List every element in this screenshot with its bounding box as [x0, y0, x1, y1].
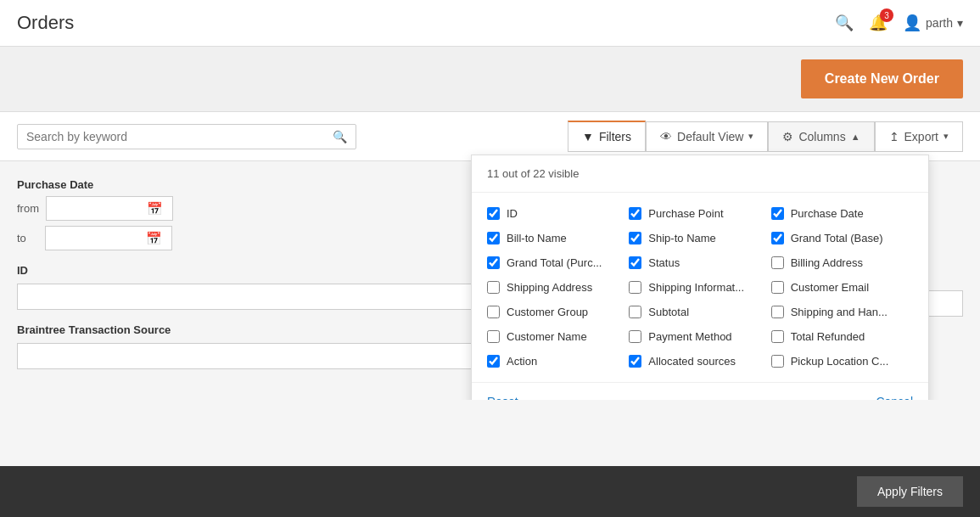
col-grand-total-purc-checkbox[interactable]: [487, 256, 500, 269]
list-item[interactable]: Total Refunded: [771, 326, 913, 347]
header-search-icon[interactable]: 🔍: [835, 14, 854, 32]
list-item[interactable]: Customer Name: [487, 326, 629, 347]
list-item[interactable]: Status: [629, 252, 770, 273]
create-order-button[interactable]: Create New Order: [801, 59, 963, 98]
col-total-refunded-checkbox[interactable]: [771, 330, 784, 343]
col-customer-email-checkbox[interactable]: [771, 281, 784, 294]
col-status-checkbox[interactable]: [629, 256, 641, 269]
col-subtotal-checkbox[interactable]: [629, 306, 641, 318]
col-customer-group-checkbox[interactable]: [487, 306, 500, 318]
col-action-label: Action: [507, 355, 537, 368]
col-customer-name-checkbox[interactable]: [487, 330, 500, 343]
columns-grid: ID Purchase Point Purchase Date Bill-to …: [472, 193, 928, 382]
header-actions: 🔍 🔔 3 👤 parth ▾: [835, 14, 963, 32]
col-purchase-point-checkbox[interactable]: [629, 207, 641, 220]
list-item[interactable]: Shipping Informat...: [629, 277, 770, 298]
user-name: parth: [926, 16, 953, 30]
list-item[interactable]: Purchase Date: [771, 203, 913, 224]
id-label: ID: [17, 264, 482, 277]
notification-bell[interactable]: 🔔 3: [869, 14, 888, 32]
col-allocated-sources-label: Allocated sources: [648, 355, 736, 368]
gear-icon: ⚙: [782, 130, 793, 143]
col-customer-group-label: Customer Group: [507, 306, 588, 318]
search-input[interactable]: [26, 130, 333, 143]
col-purchase-date-checkbox[interactable]: [771, 207, 784, 220]
search-box[interactable]: 🔍: [17, 124, 356, 149]
list-item[interactable]: Bill-to Name: [487, 228, 629, 249]
filter-bar: 🔍 ▼ Filters 👁 Default View ▾ ⚙ Columns ▲…: [0, 112, 980, 161]
col-status-label: Status: [648, 256, 680, 269]
list-item[interactable]: Shipping Address: [487, 277, 629, 298]
view-button[interactable]: 👁 Default View ▾: [646, 121, 768, 152]
list-item[interactable]: Grand Total (Purc...: [487, 252, 629, 273]
list-item[interactable]: Customer Group: [487, 301, 629, 323]
col-billing-address-checkbox[interactable]: [771, 256, 784, 269]
purchase-date-filter: Purchase Date from 📅 to 📅: [17, 178, 482, 250]
col-id-checkbox[interactable]: [487, 207, 500, 220]
col-pickup-location-checkbox[interactable]: [771, 355, 784, 368]
columns-label: Columns: [798, 130, 845, 143]
list-item[interactable]: Billing Address: [771, 252, 913, 273]
col-shipping-address-checkbox[interactable]: [487, 281, 500, 294]
list-item[interactable]: Allocated sources: [629, 351, 770, 372]
purchase-date-from-row: from 📅: [17, 196, 482, 221]
col-payment-method-checkbox[interactable]: [629, 330, 641, 343]
columns-dropdown: 11 out of 22 visible ID Purchase Point P…: [471, 155, 929, 400]
braintree-label: Braintree Transaction Source: [17, 323, 482, 336]
col-bill-to-name-checkbox[interactable]: [487, 232, 500, 244]
purchase-date-label: Purchase Date: [17, 178, 482, 191]
list-item[interactable]: Payment Method: [629, 326, 770, 347]
cancel-button[interactable]: Cancel: [876, 395, 913, 400]
col-purchase-date-label: Purchase Date: [791, 207, 864, 220]
list-item[interactable]: Subtotal: [629, 301, 770, 323]
list-item[interactable]: Shipping and Han...: [771, 301, 913, 323]
col-allocated-sources-checkbox[interactable]: [629, 355, 641, 368]
from-label: from: [17, 202, 39, 215]
col-purchase-point-label: Purchase Point: [648, 207, 723, 220]
filters-button[interactable]: ▼ Filters: [568, 121, 646, 152]
toolbar-bar: Create New Order: [0, 47, 980, 112]
col-bill-to-name-label: Bill-to Name: [507, 232, 567, 244]
list-item[interactable]: ID: [487, 203, 629, 224]
id-input[interactable]: [17, 284, 482, 310]
col-grand-total-base-label: Grand Total (Base): [791, 232, 883, 244]
col-total-refunded-label: Total Refunded: [791, 330, 865, 343]
list-item[interactable]: Grand Total (Base): [771, 228, 913, 249]
notification-count: 3: [880, 8, 893, 22]
user-icon: 👤: [903, 14, 921, 32]
list-item[interactable]: Pickup Location C...: [771, 351, 913, 372]
col-customer-name-label: Customer Name: [507, 330, 587, 343]
list-item[interactable]: Purchase Point: [629, 203, 770, 224]
col-ship-to-name-checkbox[interactable]: [629, 232, 641, 244]
col-pickup-location-label: Pickup Location C...: [791, 355, 889, 368]
top-bar: Orders 🔍 🔔 3 👤 parth ▾: [0, 0, 980, 47]
columns-visible-count: 11 out of 22 visible: [472, 155, 928, 193]
export-button[interactable]: ↥ Export ▾: [875, 121, 963, 152]
list-item[interactable]: Customer Email: [771, 277, 913, 298]
col-grand-total-purc-label: Grand Total (Purc...: [507, 256, 602, 269]
filter-actions: ▼ Filters 👁 Default View ▾ ⚙ Columns ▲ ↥…: [568, 121, 963, 152]
braintree-input[interactable]: [17, 343, 482, 369]
col-shipping-han-checkbox[interactable]: [771, 306, 784, 318]
list-item[interactable]: Ship-to Name: [629, 228, 770, 249]
calendar-icon: 📅: [147, 201, 168, 216]
list-item[interactable]: Action: [487, 351, 629, 372]
col-ship-to-name-label: Ship-to Name: [648, 232, 715, 244]
col-subtotal-label: Subtotal: [648, 306, 689, 318]
col-action-checkbox[interactable]: [487, 355, 500, 368]
page-title: Orders: [17, 12, 74, 34]
id-filter: ID: [17, 264, 482, 310]
calendar-icon-2: 📅: [146, 231, 167, 246]
columns-button[interactable]: ⚙ Columns ▲: [768, 121, 874, 152]
col-shipping-information-checkbox[interactable]: [629, 281, 641, 294]
view-chevron-icon: ▾: [748, 131, 753, 142]
col-grand-total-base-checkbox[interactable]: [771, 232, 784, 244]
user-menu[interactable]: 👤 parth ▾: [903, 14, 963, 32]
col-shipping-address-label: Shipping Address: [507, 281, 592, 294]
eye-icon: 👁: [660, 130, 672, 143]
purchase-date-to-wrap: 📅: [45, 226, 172, 250]
col-customer-email-label: Customer Email: [791, 281, 869, 294]
export-icon: ↥: [889, 130, 899, 143]
purchase-date-range: from 📅 to 📅: [17, 196, 482, 250]
reset-button[interactable]: Reset: [487, 395, 518, 400]
